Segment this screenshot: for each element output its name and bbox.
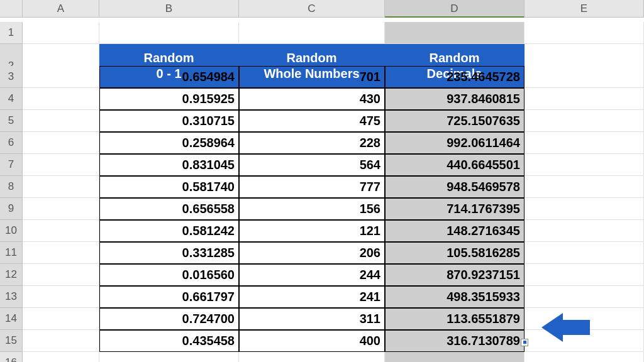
cell-B16[interactable] bbox=[99, 352, 239, 362]
autofill-options-icon[interactable] bbox=[521, 339, 528, 346]
cell-B9[interactable]: 0.656558 bbox=[99, 198, 239, 220]
cell-E11[interactable] bbox=[525, 242, 644, 264]
cell-D8[interactable]: 948.5469578 bbox=[385, 176, 525, 198]
cell-E9[interactable] bbox=[525, 198, 644, 220]
cell-B1[interactable] bbox=[99, 22, 239, 44]
cell-A6[interactable] bbox=[23, 132, 99, 154]
row-header-15[interactable]: 15 bbox=[0, 330, 23, 352]
cell-D4[interactable]: 937.8460815 bbox=[385, 88, 525, 110]
row-header-12[interactable]: 12 bbox=[0, 264, 23, 286]
row-header-7[interactable]: 7 bbox=[0, 154, 23, 176]
row-header-8[interactable]: 8 bbox=[0, 176, 23, 198]
cell-B5[interactable]: 0.310715 bbox=[99, 110, 239, 132]
select-all-corner[interactable] bbox=[0, 0, 23, 18]
row-header-4[interactable]: 4 bbox=[0, 88, 23, 110]
cell-E4[interactable] bbox=[525, 88, 644, 110]
cell-B10[interactable]: 0.581242 bbox=[99, 220, 239, 242]
cell-B13[interactable]: 0.661797 bbox=[99, 286, 239, 308]
cell-B15[interactable]: 0.435458 bbox=[99, 330, 239, 352]
cell-D13[interactable]: 498.3515933 bbox=[385, 286, 525, 308]
cell-A8[interactable] bbox=[23, 176, 99, 198]
cell-D6[interactable]: 992.0611464 bbox=[385, 132, 525, 154]
col-header-D[interactable]: D bbox=[385, 0, 525, 18]
row-header-6[interactable]: 6 bbox=[0, 132, 23, 154]
cell-A10[interactable] bbox=[23, 220, 99, 242]
cell-B7[interactable]: 0.831045 bbox=[99, 154, 239, 176]
cell-C7[interactable]: 564 bbox=[239, 154, 385, 176]
cell-C15[interactable]: 400 bbox=[239, 330, 385, 352]
col-header-A[interactable]: A bbox=[23, 0, 99, 18]
cell-D3[interactable]: 235.4645728 bbox=[385, 66, 525, 88]
cell-A5[interactable] bbox=[23, 110, 99, 132]
cell-C6[interactable]: 228 bbox=[239, 132, 385, 154]
cell-D12[interactable]: 870.9237151 bbox=[385, 264, 525, 286]
cell-A11[interactable] bbox=[23, 242, 99, 264]
cell-C16[interactable] bbox=[239, 352, 385, 362]
cell-D14[interactable]: 113.6551879 bbox=[385, 308, 525, 330]
row-header-1[interactable]: 1 bbox=[0, 22, 23, 44]
cell-B8[interactable]: 0.581740 bbox=[99, 176, 239, 198]
cell-B6[interactable]: 0.258964 bbox=[99, 132, 239, 154]
cell-A12[interactable] bbox=[23, 264, 99, 286]
cell-D10[interactable]: 148.2716345 bbox=[385, 220, 525, 242]
cell-C1[interactable] bbox=[239, 22, 385, 44]
cell-B14[interactable]: 0.724700 bbox=[99, 308, 239, 330]
cell-E7[interactable] bbox=[525, 154, 644, 176]
cell-A13[interactable] bbox=[23, 286, 99, 308]
row-header-10[interactable]: 10 bbox=[0, 220, 23, 242]
cell-D7[interactable]: 440.6645501 bbox=[385, 154, 525, 176]
col-header-E[interactable]: E bbox=[525, 0, 644, 18]
col-header-B[interactable]: B bbox=[99, 0, 239, 18]
cell-D15[interactable]: 316.7130789 bbox=[385, 330, 525, 352]
cell-D11[interactable]: 105.5816285 bbox=[385, 242, 525, 264]
cell-C14[interactable]: 311 bbox=[239, 308, 385, 330]
cell-C12[interactable]: 244 bbox=[239, 264, 385, 286]
cell-E6[interactable] bbox=[525, 132, 644, 154]
cell-A7[interactable] bbox=[23, 154, 99, 176]
cell-A16[interactable] bbox=[23, 352, 99, 362]
cell-D5[interactable]: 725.1507635 bbox=[385, 110, 525, 132]
cell-E3[interactable] bbox=[525, 66, 644, 88]
annotation-arrow-icon bbox=[541, 313, 563, 342]
row-header-3[interactable]: 3 bbox=[0, 66, 23, 88]
cell-C13[interactable]: 241 bbox=[239, 286, 385, 308]
cell-D16[interactable] bbox=[385, 352, 525, 362]
cell-B3[interactable]: 0.654984 bbox=[99, 66, 239, 88]
row-header-5[interactable]: 5 bbox=[0, 110, 23, 132]
cell-C9[interactable]: 156 bbox=[239, 198, 385, 220]
col-header-C[interactable]: C bbox=[239, 0, 385, 18]
cell-E10[interactable] bbox=[525, 220, 644, 242]
cell-E16[interactable] bbox=[525, 352, 644, 362]
cell-C11[interactable]: 206 bbox=[239, 242, 385, 264]
row-header-11[interactable]: 11 bbox=[0, 242, 23, 264]
cell-C4[interactable]: 430 bbox=[239, 88, 385, 110]
row-header-16[interactable]: 16 bbox=[0, 352, 23, 362]
cell-B4[interactable]: 0.915925 bbox=[99, 88, 239, 110]
annotation-arrow-body bbox=[562, 320, 590, 335]
cell-A1[interactable] bbox=[23, 22, 99, 44]
cell-C3[interactable]: 701 bbox=[239, 66, 385, 88]
cell-E5[interactable] bbox=[525, 110, 644, 132]
spreadsheet-grid: A B C D E 1 2 Random 0 - 1 Random Whole … bbox=[0, 0, 644, 362]
cell-B12[interactable]: 0.016560 bbox=[99, 264, 239, 286]
cell-A4[interactable] bbox=[23, 88, 99, 110]
cell-A14[interactable] bbox=[23, 308, 99, 330]
row-header-13[interactable]: 13 bbox=[0, 286, 23, 308]
cell-A3[interactable] bbox=[23, 66, 99, 88]
cell-A9[interactable] bbox=[23, 198, 99, 220]
cell-E8[interactable] bbox=[525, 176, 644, 198]
cell-B11[interactable]: 0.331285 bbox=[99, 242, 239, 264]
row-header-9[interactable]: 9 bbox=[0, 198, 23, 220]
cell-C10[interactable]: 121 bbox=[239, 220, 385, 242]
cell-C5[interactable]: 475 bbox=[239, 110, 385, 132]
cell-E12[interactable] bbox=[525, 264, 644, 286]
cell-E13[interactable] bbox=[525, 286, 644, 308]
cell-C8[interactable]: 777 bbox=[239, 176, 385, 198]
row-header-14[interactable]: 14 bbox=[0, 308, 23, 330]
cell-D9[interactable]: 714.1767395 bbox=[385, 198, 525, 220]
cell-A15[interactable] bbox=[23, 330, 99, 352]
cell-D1[interactable] bbox=[385, 22, 525, 44]
cell-E1[interactable] bbox=[525, 22, 644, 44]
